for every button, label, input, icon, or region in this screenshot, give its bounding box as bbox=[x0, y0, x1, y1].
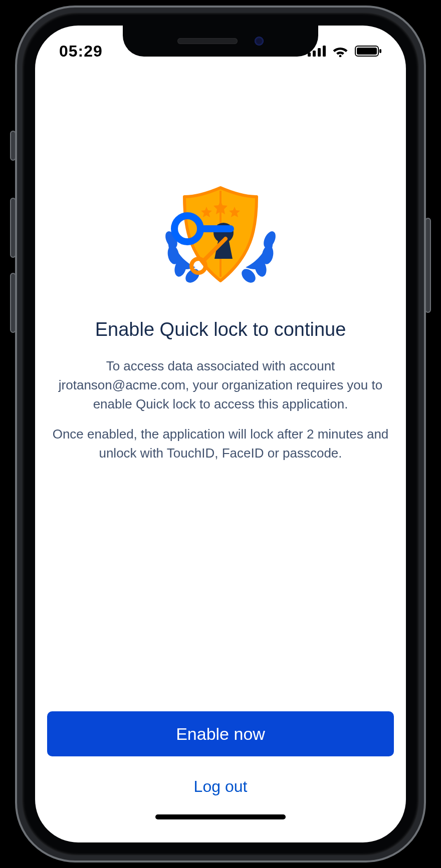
enable-now-button[interactable]: Enable now bbox=[47, 711, 394, 756]
svg-rect-1 bbox=[313, 51, 316, 57]
main-content: Enable Quick lock to continue To access … bbox=[35, 66, 406, 842]
svg-rect-3 bbox=[323, 46, 326, 57]
description-2: Once enabled, the application will lock … bbox=[47, 424, 394, 463]
log-out-button[interactable]: Log out bbox=[47, 766, 394, 806]
home-indicator[interactable] bbox=[47, 806, 394, 826]
front-camera bbox=[255, 37, 264, 46]
power-button bbox=[425, 218, 431, 313]
notch bbox=[123, 26, 318, 57]
battery-icon bbox=[355, 45, 382, 57]
svg-rect-2 bbox=[318, 48, 321, 57]
volume-down-button bbox=[10, 273, 16, 333]
description-1: To access data associated with account j… bbox=[47, 356, 394, 413]
speaker bbox=[177, 38, 238, 44]
svg-rect-6 bbox=[357, 48, 377, 55]
volume-up-button bbox=[10, 198, 16, 258]
mute-switch bbox=[10, 131, 16, 161]
phone-frame: 05:29 bbox=[15, 6, 426, 862]
shield-key-illustration bbox=[150, 181, 291, 291]
wifi-icon bbox=[332, 45, 349, 57]
status-time: 05:29 bbox=[59, 42, 103, 61]
svg-point-4 bbox=[339, 55, 342, 57]
page-title: Enable Quick lock to continue bbox=[95, 319, 346, 340]
svg-rect-7 bbox=[379, 49, 381, 53]
phone-screen: 05:29 bbox=[35, 26, 406, 842]
